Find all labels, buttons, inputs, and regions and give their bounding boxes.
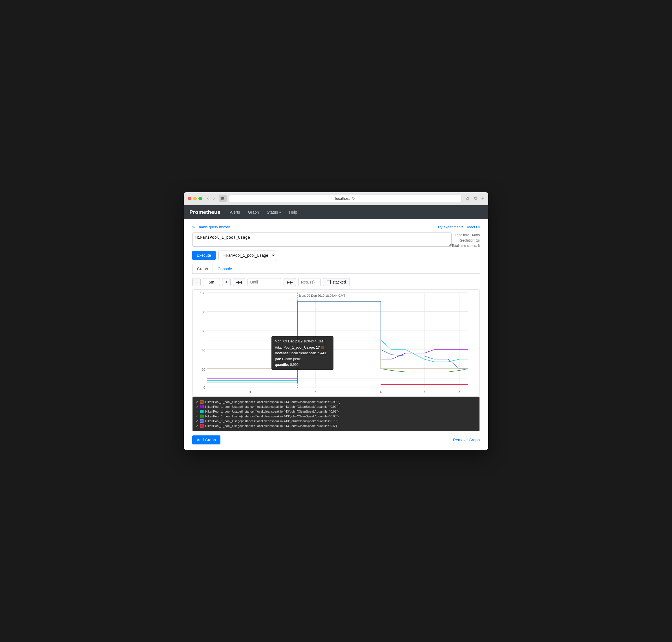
legend-label-3: HikariPool_1_pool_Usage{instance="local.… [205,414,339,418]
forward-button[interactable]: › [212,195,216,202]
query-history-link[interactable]: ✎ Enable query history [192,225,230,229]
legend-item-4[interactable]: ✓ HikariPool_1_pool_Usage{instance="loca… [196,419,476,424]
graph-controls: − + ◀◀ ▶▶ stacked [192,278,480,286]
res-input[interactable] [298,278,321,286]
svg-point-29 [296,368,299,370]
maximize-button[interactable] [199,197,202,201]
back-button[interactable]: ‹ [205,195,210,202]
query-stats-row: HikariPool_1_pool_Usage Execute HikariPo… [192,232,480,261]
navigation-buttons: ‹ › [205,195,216,202]
legend-label-5: HikariPool_1_pool_Usage{instance="local.… [205,424,337,427]
windows-button[interactable]: ⧉ [472,195,479,202]
svg-text:80: 80 [202,310,205,314]
nav-help[interactable]: Help [285,205,301,219]
address-bar[interactable]: localhost ↻ [229,195,462,202]
reload-button[interactable]: ↻ [352,196,355,201]
svg-text:60: 60 [202,330,205,333]
legend-item-5[interactable]: ✓ HikariPool_1_pool_Usage{instance="loca… [196,424,476,428]
remove-graph-link[interactable]: Remove Graph [453,438,480,442]
nav-status[interactable]: Status ▾ [263,205,285,219]
legend-item-1[interactable]: ✓ HikariPool_1_pool_Usage{instance="loca… [196,405,476,409]
view-tabs: Graph Console [192,264,480,274]
legend-color-4 [200,419,203,423]
legend-check-5: ✓ [196,424,199,428]
chart-svg: 0 20 40 60 80 100 4 5 6 7 8 [207,293,477,388]
legend-check-3: ✓ [196,414,199,418]
legend-label-2: HikariPool_1_pool_Usage{instance="local.… [205,410,339,413]
edit-icon: ✎ [192,225,195,229]
stacked-checkbox-icon [327,280,331,284]
svg-text:Mon, 09 Dec 2019 18:04:44 GMT: Mon, 09 Dec 2019 18:04:44 GMT [299,294,345,297]
tab-console[interactable]: Console [213,264,237,273]
minimize-button[interactable] [193,197,197,201]
legend-check-2: ✓ [196,410,199,413]
svg-text:5: 5 [315,390,316,394]
nav-graph[interactable]: Graph [244,205,263,219]
legend-item-3[interactable]: ✓ HikariPool_1_pool_Usage{instance="loca… [196,414,476,419]
execute-button[interactable]: Execute [192,251,216,260]
legend-color-5 [200,424,203,427]
add-graph-button[interactable]: Add Graph [192,435,220,445]
legend-check-4: ✓ [196,419,199,423]
svg-text:0: 0 [203,386,205,389]
svg-text:4: 4 [249,390,251,394]
range-input[interactable] [203,278,220,286]
increase-range-button[interactable]: + [222,278,231,286]
nav-bar: Prometheus Alerts Graph Status ▾ Help [184,205,488,219]
legend-check-0: ✓ [196,400,199,404]
browser-chrome: ‹ › ⊞ localhost ↻ ⎙ ⧉ + [184,192,488,205]
legend-label-0: HikariPool_1_pool_Usage{instance="local.… [205,400,340,403]
resolution: Resolution: 1s [452,238,480,243]
decrease-range-button[interactable]: − [192,278,201,286]
stacked-button[interactable]: stacked [323,278,350,286]
stacked-label: stacked [332,280,346,284]
traffic-lights [188,197,202,201]
nav-brand[interactable]: Prometheus [189,205,226,219]
svg-text:7: 7 [423,390,425,394]
stats-area: Load time: 14ms Resolution: 1s Total tim… [452,232,480,249]
legend-color-0 [200,400,203,403]
legend-label-4: HikariPool_1_pool_Usage{instance="local.… [205,419,339,423]
svg-text:100: 100 [200,292,205,295]
new-tab-button[interactable]: ⊞ [219,195,227,202]
add-tab-button[interactable]: + [481,196,484,202]
legend-color-3 [200,414,203,418]
rewind-button[interactable]: ◀◀ [233,278,245,286]
legend-item-2[interactable]: ✓ HikariPool_1_pool_Usage{instance="loca… [196,409,476,414]
tab-graph[interactable]: Graph [192,264,213,273]
until-input[interactable] [248,278,281,286]
load-time: Load time: 14ms [452,232,480,238]
close-button[interactable] [188,197,191,201]
svg-text:20: 20 [202,368,205,371]
legend-color-1 [200,405,203,408]
main-content: ✎ Enable query history Try experimental … [184,219,488,450]
svg-text:40: 40 [202,348,205,352]
query-history-label: Enable query history [196,225,230,229]
svg-text:8: 8 [458,390,460,394]
legend-container: ✓ HikariPool_1_pool_Usage{instance="loca… [192,397,480,432]
browser-actions: ⎙ ⧉ [465,195,479,202]
legend-item-0[interactable]: ✓ HikariPool_1_pool_Usage{instance="loca… [196,400,476,405]
svg-text:6: 6 [380,390,382,394]
metric-select[interactable]: HikariPool_1_pool_Usage [218,251,276,260]
legend-color-2 [200,410,203,413]
chart-container[interactable]: 0 20 40 60 80 100 4 5 6 7 8 [192,290,480,397]
bottom-actions: Add Graph Remove Graph [192,435,480,445]
query-controls: Execute HikariPool_1_pool_Usage [192,251,452,260]
forward-button[interactable]: ▶▶ [283,278,296,286]
nav-alerts[interactable]: Alerts [226,205,244,219]
query-area: HikariPool_1_pool_Usage Execute HikariPo… [192,232,452,261]
top-bar: ✎ Enable query history Try experimental … [192,225,480,229]
url-text: localhost [335,196,350,201]
query-input[interactable]: HikariPool_1_pool_Usage [192,232,452,247]
legend-label-1: HikariPool_1_pool_Usage{instance="local.… [205,405,339,408]
react-ui-link[interactable]: Try experimental React UI [437,225,480,229]
share-button[interactable]: ⎙ [465,195,471,202]
legend-check-1: ✓ [196,405,199,409]
total-series: Total time series: 6 [452,243,480,248]
